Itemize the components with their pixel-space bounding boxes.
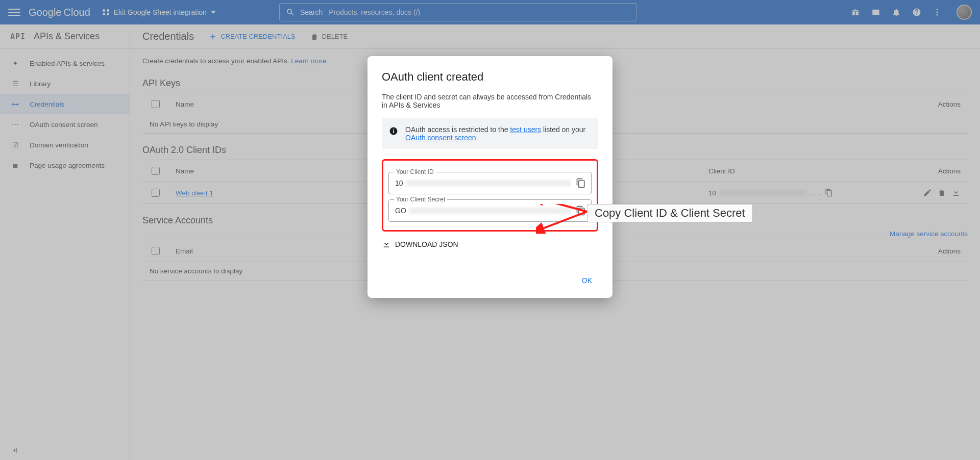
modal-description: The client ID and secret can always be a… xyxy=(382,93,598,109)
oauth-consent-link[interactable]: OAuth consent screen xyxy=(405,134,476,142)
svg-rect-4 xyxy=(393,131,394,133)
info-icon xyxy=(389,126,398,136)
modal-overlay: OAuth client created The client ID and s… xyxy=(0,0,980,460)
copy-client-id-button[interactable] xyxy=(576,178,586,188)
svg-rect-5 xyxy=(393,129,394,130)
client-secret-field: Your Client Secret GO XXXXXXXXXXXXXXXXXX… xyxy=(388,199,592,222)
client-id-field: Your Client ID 10 XXXXXXXXXXXXXXXXXXXXXX… xyxy=(388,172,592,194)
info-alert: OAuth access is restricted to the test u… xyxy=(382,118,598,149)
client-id-value-prefix: 10 xyxy=(395,179,403,187)
client-secret-label: Your Client Secret xyxy=(394,196,447,203)
client-secret-value-masked: XXXXXXXXXXXXXXXXXXXXXXXXXXXXXXXX xyxy=(409,207,571,215)
download-label: DOWNLOAD JSON xyxy=(395,240,458,248)
alert-text-mid: listed on your xyxy=(543,125,585,134)
alert-text-pre: OAuth access is restricted to the xyxy=(405,125,510,134)
test-users-link[interactable]: test users xyxy=(510,125,541,134)
credentials-highlight-box: Your Client ID 10 XXXXXXXXXXXXXXXXXXXXXX… xyxy=(382,159,598,232)
download-json-button[interactable]: DOWNLOAD JSON xyxy=(382,240,598,249)
client-secret-value: GO XXXXXXXXXXXXXXXXXXXXXXXXXXXXXXXX p xyxy=(395,207,571,215)
client-id-label: Your Client ID xyxy=(394,168,436,175)
ok-button[interactable]: OK xyxy=(576,272,598,289)
client-secret-value-prefix: GO xyxy=(395,207,406,215)
download-icon xyxy=(382,240,391,249)
modal-title: OAuth client created xyxy=(382,70,598,84)
client-id-value: 10 XXXXXXXXXXXXXXXXXXXXXXXXXXXXXXXXXXXXX… xyxy=(395,179,571,187)
client-id-value-masked: XXXXXXXXXXXXXXXXXXXXXXXXXXXXXXXXXXXXXXXX… xyxy=(406,179,571,187)
copy-client-secret-button[interactable] xyxy=(576,206,586,216)
oauth-created-modal: OAuth client created The client ID and s… xyxy=(368,56,612,298)
